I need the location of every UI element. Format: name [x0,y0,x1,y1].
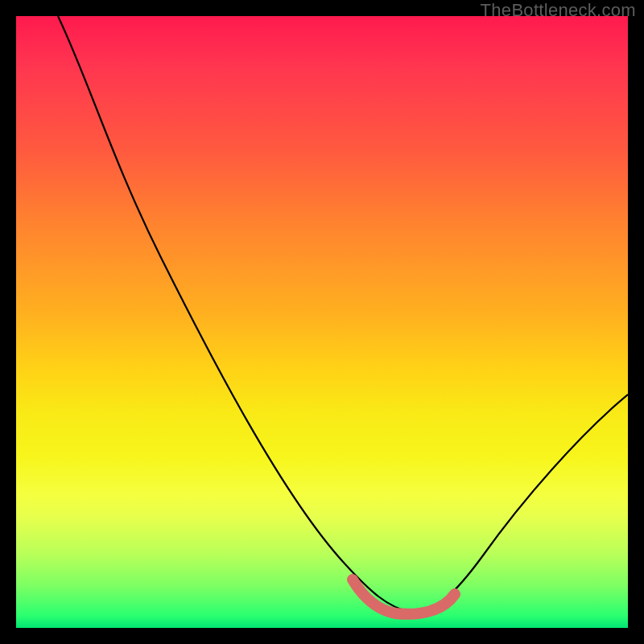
valley-highlight [353,580,455,614]
chart-wrapper: TheBottleneck.com [0,0,644,644]
curve-svg [16,16,628,628]
plot-area [16,16,628,628]
watermark-text: TheBottleneck.com [481,0,636,21]
bottleneck-curve [58,16,628,612]
